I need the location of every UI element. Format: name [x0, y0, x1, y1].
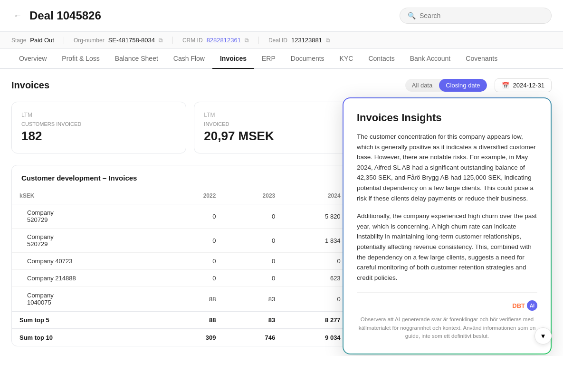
tab-erp[interactable]: ERP [254, 49, 283, 69]
stat-card-customers: LTM Customers invoiced 182 [11, 102, 186, 153]
page-content: Invoices All data Closing date 📅 2024-12… [0, 69, 563, 356]
cell-2022-3: 0 [164, 270, 224, 287]
cell-company-3: Company 214888 [12, 270, 164, 287]
cell-2023-2: 0 [223, 253, 283, 270]
date-value: 2024-12-31 [513, 82, 545, 89]
org-label: Org-number [74, 37, 105, 44]
search-icon: 🔍 [408, 12, 416, 19]
search-input[interactable] [420, 12, 544, 19]
col-company: kSEK [12, 188, 164, 204]
cell-2024-4: 0 [283, 287, 348, 312]
search-bar: 🔍 [400, 8, 552, 24]
cell-2024-1: 1 834 [283, 229, 348, 253]
tab-cash-flow[interactable]: Cash Flow [166, 49, 212, 69]
nav-tabs: Overview Profit & Loss Balance Sheet Cas… [0, 49, 563, 69]
invoices-section-title: Invoices [11, 80, 398, 91]
tab-overview[interactable]: Overview [11, 49, 54, 69]
cell-2022-4: 88 [164, 287, 224, 312]
deal-label: Deal ID [268, 37, 287, 44]
sum-top5-label: Sum top 5 [12, 311, 164, 329]
ai-badge: AI [527, 300, 537, 311]
stage-value: Paid Out [30, 37, 54, 44]
cell-2024-3: 623 [283, 270, 348, 287]
meta-org: Org-number SE-481758-8034 ⧉ [64, 37, 173, 44]
stat-period-1: LTM [204, 112, 359, 118]
meta-bar: Stage Paid Out Org-number SE-481758-8034… [0, 32, 563, 49]
cell-2022-1: 0 [164, 229, 224, 253]
cell-2023-4: 83 [223, 287, 283, 312]
cell-company-1: Company520729 [12, 229, 164, 253]
stat-label-1: Invoiced [204, 121, 359, 127]
tab-profit-loss[interactable]: Profit & Loss [54, 49, 107, 69]
insights-paragraph-2: Additionally, the company experienced hi… [357, 211, 537, 283]
insights-disclaimer: Observera att AI-genererade svar är före… [357, 316, 537, 340]
header: ← Deal 1045826 🔍 [0, 0, 563, 32]
dbt-label: DBT [512, 302, 525, 309]
insights-title: Invoices Insights [357, 112, 537, 124]
date-selector[interactable]: 📅 2024-12-31 [495, 78, 552, 92]
sum-top10-2024: 9 034 [283, 329, 348, 346]
cell-company-0: Company520729 [12, 204, 164, 229]
invoices-header: Invoices All data Closing date 📅 2024-12… [11, 78, 552, 92]
insights-panel-inner: Invoices Insights The customer concentra… [344, 98, 551, 354]
stat-value-0: 182 [21, 129, 176, 143]
tab-contacts[interactable]: Contacts [361, 49, 402, 69]
copy-deal-icon[interactable]: ⧉ [326, 37, 330, 44]
chevron-down-icon: ▼ [540, 333, 546, 340]
stat-value-1: 20,97 MSEK [204, 129, 359, 143]
sum-top5-2024: 8 277 [283, 311, 348, 329]
filter-group: All data Closing date [405, 79, 487, 92]
insights-panel: Invoices Insights The customer concentra… [343, 97, 552, 354]
tab-invoices[interactable]: Invoices [212, 49, 254, 69]
cell-2023-0: 0 [223, 204, 283, 229]
chevron-down-button[interactable]: ▼ [534, 327, 552, 344]
deal-title: Deal 1045826 [29, 9, 394, 22]
cell-2022-0: 0 [164, 204, 224, 229]
copy-crm-icon[interactable]: ⧉ [245, 37, 249, 44]
col-2023: 2023 [223, 188, 283, 204]
filter-all-button[interactable]: All data [405, 79, 439, 92]
calendar-icon: 📅 [502, 82, 509, 89]
stat-label-0: Customers invoiced [21, 121, 176, 127]
org-value: SE-481758-8034 [108, 37, 155, 44]
meta-crm: CRM ID 8282812361 ⧉ [173, 37, 259, 44]
filter-closing-button[interactable]: Closing date [439, 79, 487, 92]
tab-bank-account[interactable]: Bank Account [402, 49, 458, 69]
sum-top10-label: Sum top 10 [12, 329, 164, 346]
stat-period-0: LTM [21, 112, 176, 118]
sum-top10-2023: 746 [223, 329, 283, 346]
cell-2023-1: 0 [223, 229, 283, 253]
unit-label: kSEK [19, 192, 34, 199]
insights-paragraph-1: The customer concentration for this comp… [357, 132, 537, 203]
col-2024: 2024 [283, 188, 348, 204]
stage-label: Stage [11, 37, 26, 44]
cell-2024-0: 5 820 [283, 204, 348, 229]
cell-company-4: Company1040075 [12, 287, 164, 312]
sum-top10-2022: 309 [164, 329, 224, 346]
cell-2023-3: 0 [223, 270, 283, 287]
cell-2024-2: 0 [283, 253, 348, 270]
tab-balance-sheet[interactable]: Balance Sheet [107, 49, 166, 69]
insights-footer: DBT AI Observera att AI-genererade svar … [357, 292, 537, 340]
meta-stage: Stage Paid Out [11, 37, 64, 44]
col-2022: 2022 [164, 188, 224, 204]
deal-value: 123123881 [291, 37, 322, 44]
tab-covenants[interactable]: Covenants [458, 49, 505, 69]
crm-value[interactable]: 8282812361 [207, 37, 241, 44]
back-button[interactable]: ← [11, 9, 24, 23]
meta-deal: Deal ID 123123881 ⧉ [259, 37, 340, 44]
sum-top5-2023: 83 [223, 311, 283, 329]
insights-logo: DBT AI [357, 300, 537, 311]
tab-kyc[interactable]: KYC [332, 49, 361, 69]
cell-company-2: Company 40723 [12, 253, 164, 270]
copy-org-icon[interactable]: ⧉ [159, 37, 163, 44]
cell-2022-2: 0 [164, 253, 224, 270]
sum-top5-2022: 88 [164, 311, 224, 329]
crm-label: CRM ID [182, 37, 203, 44]
tab-documents[interactable]: Documents [283, 49, 332, 69]
